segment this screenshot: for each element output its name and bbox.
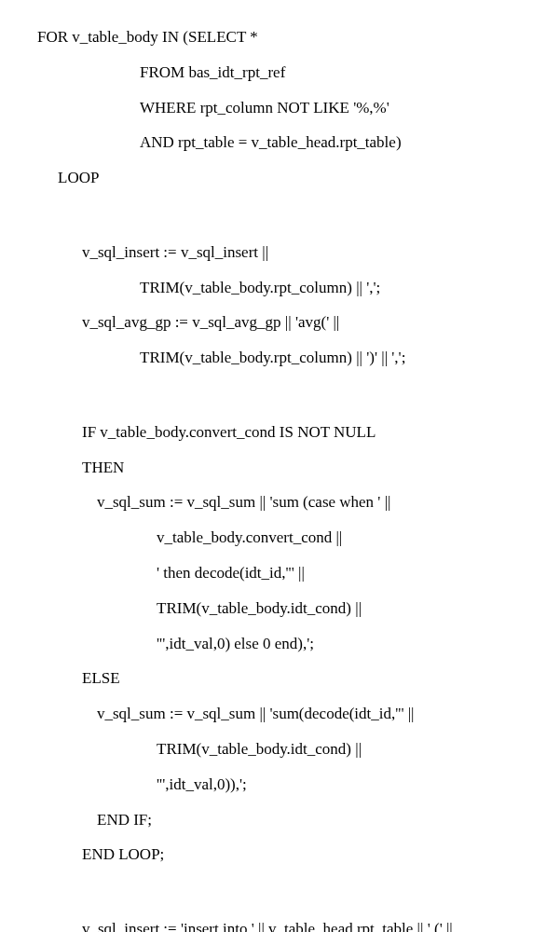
code-line	[37, 883, 523, 905]
code-line: TRIM(v_table_body.rpt_column) || ')' || …	[37, 347, 523, 369]
code-line: v_table_body.convert_cond ||	[37, 527, 523, 549]
code-line: END IF;	[37, 809, 523, 831]
code-line: AND rpt_table = v_table_head.rpt_table)	[37, 131, 523, 154]
code-line: IF v_table_body.convert_cond IS NOT NULL	[37, 421, 523, 444]
code-line: FOR v_table_body IN (SELECT *	[37, 26, 523, 48]
code-line: ' then decode(idt_id,''' ||	[37, 562, 523, 584]
code-line: ELSE	[37, 667, 523, 690]
code-block: FOR v_table_body IN (SELECT *FROM bas_id…	[37, 26, 523, 932]
code-line: END LOOP;	[37, 843, 523, 866]
code-line: ''',idt_val,0) else 0 end),';	[37, 633, 523, 655]
code-line: v_sql_sum := v_sql_sum || 'sum (case whe…	[37, 491, 523, 514]
code-line: v_sql_sum := v_sql_sum || 'sum(decode(id…	[37, 703, 523, 725]
code-line: TRIM(v_table_body.rpt_column) || ',';	[37, 277, 523, 299]
code-line: ''',idt_val,0)),';	[37, 774, 523, 796]
code-line: LOOP	[37, 167, 523, 189]
code-line: FROM bas_idt_rpt_ref	[37, 62, 523, 84]
code-line: THEN	[37, 457, 523, 479]
code-line: WHERE rpt_column NOT LIKE '%,%'	[37, 97, 523, 119]
code-line: v_sql_avg_gp := v_sql_avg_gp || 'avg(' |…	[37, 311, 523, 334]
code-line	[37, 386, 523, 408]
code-line: TRIM(v_table_body.idt_cond) ||	[37, 597, 523, 620]
code-line: v_sql_insert := 'insert into ' || v_tabl…	[37, 918, 523, 932]
code-line: v_sql_insert := v_sql_insert ||	[37, 241, 523, 264]
code-line: TRIM(v_table_body.idt_cond) ||	[37, 738, 523, 761]
code-line	[37, 206, 523, 228]
